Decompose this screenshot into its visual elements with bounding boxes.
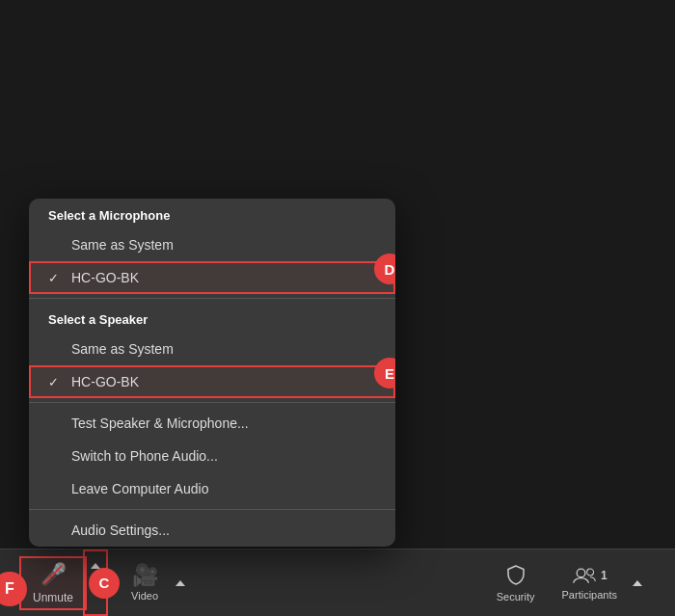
checkmark-empty-spk bbox=[48, 342, 64, 357]
no-check-4 bbox=[48, 523, 64, 538]
video-caret-icon bbox=[176, 580, 185, 586]
unmute-label: Unmute bbox=[33, 591, 73, 604]
unmute-button[interactable]: 🎤 Unmute bbox=[19, 556, 87, 610]
no-check-3 bbox=[48, 482, 64, 496]
speaker-section-header: Select a Speaker bbox=[29, 303, 395, 333]
video-button[interactable]: 🎥 Video bbox=[116, 559, 174, 607]
audio-settings-label: Audio Settings... bbox=[71, 522, 170, 538]
participants-button[interactable]: 1 Participants bbox=[549, 560, 631, 606]
leave-computer-audio-label: Leave Computer Audio bbox=[71, 481, 208, 496]
video-label: Video bbox=[131, 590, 158, 602]
audio-caret-button[interactable]: C bbox=[83, 549, 108, 616]
test-speaker-mic-item[interactable]: Test Speaker & Microphone... bbox=[29, 407, 395, 440]
audio-dropdown-menu: Select a Microphone Same as System ✓ HC-… bbox=[29, 199, 395, 547]
divider-spk-actions bbox=[29, 402, 395, 403]
switch-phone-audio-item[interactable]: Switch to Phone Audio... bbox=[29, 440, 395, 472]
microphone-icon: 🎤 bbox=[40, 562, 67, 587]
svg-point-1 bbox=[587, 569, 594, 576]
mic-slash-overlay bbox=[43, 565, 63, 584]
switch-phone-audio-label: Switch to Phone Audio... bbox=[71, 448, 218, 464]
participants-icon bbox=[572, 566, 597, 585]
checkmark-selected: ✓ bbox=[48, 271, 64, 285]
microphone-section-header: Select a Microphone bbox=[29, 199, 395, 228]
spk-same-as-system-label: Same as System bbox=[71, 341, 174, 357]
no-check-2 bbox=[48, 449, 64, 464]
divider-audio-settings bbox=[29, 509, 395, 510]
audio-settings-item[interactable]: Audio Settings... bbox=[29, 514, 395, 547]
svg-point-0 bbox=[577, 569, 585, 577]
checkmark-selected-spk: ✓ bbox=[48, 375, 64, 389]
checkmark-empty bbox=[48, 238, 64, 253]
test-speaker-mic-label: Test Speaker & Microphone... bbox=[71, 415, 249, 431]
spk-hc-go-bk-label: HC-GO-BK bbox=[71, 374, 139, 389]
divider-mic-spk bbox=[29, 298, 395, 299]
security-label: Security bbox=[497, 591, 535, 603]
participants-count: 1 bbox=[601, 569, 608, 582]
badge-C: C bbox=[89, 568, 120, 599]
security-icon bbox=[504, 564, 527, 587]
video-icon: 🎥 bbox=[132, 565, 158, 586]
security-button[interactable]: Security bbox=[483, 558, 549, 608]
spk-hc-go-bk[interactable]: ✓ HC-GO-BK E bbox=[29, 365, 395, 398]
participants-caret-icon bbox=[633, 580, 642, 586]
participants-icon-group: 1 bbox=[572, 566, 608, 585]
mic-hc-go-bk[interactable]: ✓ HC-GO-BK D bbox=[29, 261, 395, 294]
spk-same-as-system[interactable]: Same as System bbox=[29, 333, 395, 365]
participants-label: Participants bbox=[562, 589, 617, 601]
no-check-1 bbox=[48, 416, 64, 431]
mic-hc-go-bk-label: HC-GO-BK bbox=[71, 270, 139, 285]
mic-same-as-system-label: Same as System bbox=[71, 237, 174, 253]
mic-same-as-system[interactable]: Same as System bbox=[29, 228, 395, 261]
toolbar: F 🎤 Unmute C 🎥 Video Security bbox=[0, 549, 675, 616]
leave-computer-audio-item[interactable]: Leave Computer Audio bbox=[29, 472, 395, 505]
